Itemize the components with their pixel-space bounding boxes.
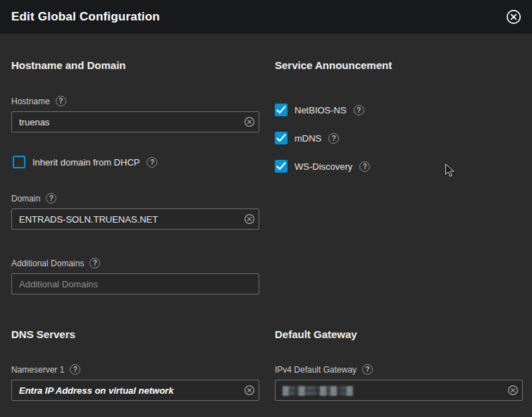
nameserver1-field	[11, 380, 259, 401]
clear-icon	[244, 116, 255, 127]
nameserver1-label: Nameserver 1 ?	[11, 364, 80, 375]
clear-icon	[244, 385, 255, 396]
clear-ipv4-gateway-button[interactable]	[507, 385, 519, 396]
domain-label-text: Domain	[11, 194, 40, 204]
close-button[interactable]	[505, 8, 523, 26]
additional-domains-input[interactable]	[11, 273, 259, 294]
close-icon	[506, 9, 521, 25]
additional-domains-label-text: Additional Domains	[11, 259, 84, 268]
help-icon[interactable]: ?	[56, 96, 66, 106]
help-icon[interactable]: ?	[354, 105, 364, 116]
checkmark-icon	[276, 134, 286, 142]
section-heading-service-announcement: Service Announcement	[275, 59, 392, 71]
clear-hostname-button[interactable]	[244, 116, 255, 127]
ipv4-default-gateway-label: IPv4 Default Gateway ?	[275, 364, 373, 375]
edit-global-configuration-dialog: Edit Global Configuration Hostname and D…	[0, 0, 532, 417]
help-icon[interactable]: ?	[359, 161, 370, 172]
checkbox-checked-icon	[275, 160, 287, 173]
checkbox-unchecked-icon	[13, 156, 25, 168]
mdns-checkbox[interactable]: mDNS ?	[275, 132, 339, 144]
hostname-input[interactable]	[11, 111, 259, 132]
netbios-ns-label: NetBIOS-NS	[295, 105, 347, 116]
clear-icon	[244, 213, 255, 225]
help-icon[interactable]: ?	[46, 193, 56, 204]
nameserver1-input[interactable]	[11, 380, 259, 401]
inherit-domain-dhcp-checkbox[interactable]: Inherit domain from DHCP ?	[13, 156, 157, 168]
dialog-header: Edit Global Configuration	[0, 0, 532, 34]
nameserver1-label-text: Nameserver 1	[11, 365, 64, 375]
mouse-cursor	[445, 163, 455, 178]
additional-domains-field	[11, 273, 259, 294]
inherit-domain-dhcp-label: Inherit domain from DHCP	[32, 157, 140, 168]
hostname-field	[11, 111, 259, 132]
help-icon[interactable]: ?	[362, 364, 373, 375]
netbios-ns-checkbox[interactable]: NetBIOS-NS ?	[275, 104, 364, 116]
mdns-label: mDNS	[295, 133, 321, 144]
clear-nameserver1-button[interactable]	[244, 385, 255, 396]
domain-label: Domain ?	[11, 193, 56, 204]
checkmark-icon	[276, 106, 286, 114]
ipv4-default-gateway-input[interactable]: ▓▒░▓▒▒░▓▒▓░▒▓	[275, 380, 523, 401]
clear-domain-button[interactable]	[244, 213, 255, 225]
ipv4-default-gateway-field: ▓▒░▓▒▒░▓▒▓░▒▓	[275, 380, 523, 401]
domain-field	[11, 208, 259, 230]
ws-discovery-label: WS-Discovery	[295, 161, 352, 172]
ipv4-default-gateway-label-text: IPv4 Default Gateway	[275, 365, 357, 375]
checkbox-checked-icon	[275, 104, 287, 116]
clear-icon	[507, 385, 519, 396]
checkmark-icon	[276, 162, 286, 170]
redacted-value: ▓▒░▓▒▒░▓▒▓░▒▓	[283, 385, 352, 395]
domain-input[interactable]	[11, 208, 259, 230]
section-heading-default-gateway: Default Gateway	[275, 328, 357, 340]
section-heading-hostname-domain: Hostname and Domain	[11, 59, 126, 71]
help-icon[interactable]: ?	[147, 157, 157, 168]
hostname-label-text: Hostname	[11, 97, 50, 106]
help-icon[interactable]: ?	[89, 258, 100, 268]
help-icon[interactable]: ?	[328, 133, 339, 144]
section-heading-dns-servers: DNS Servers	[11, 328, 75, 340]
ws-discovery-checkbox[interactable]: WS-Discovery ?	[275, 160, 370, 173]
dialog-title: Edit Global Configuration	[11, 10, 160, 24]
hostname-label: Hostname ?	[11, 96, 66, 106]
checkbox-checked-icon	[275, 132, 287, 144]
help-icon[interactable]: ?	[70, 364, 80, 375]
additional-domains-label: Additional Domains ?	[11, 258, 100, 268]
